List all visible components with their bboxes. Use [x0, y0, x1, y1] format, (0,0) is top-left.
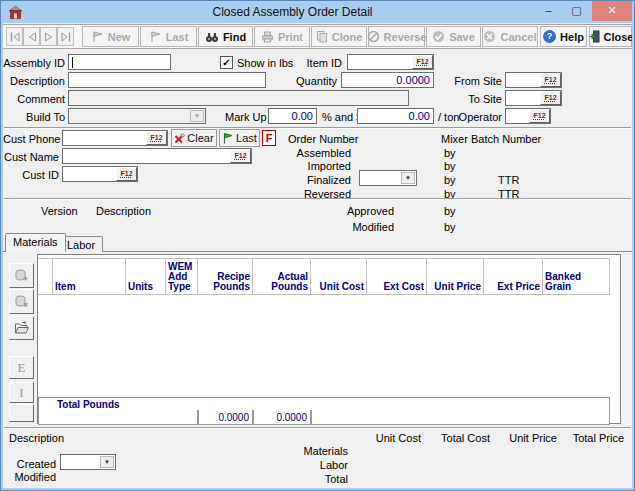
- separator: [4, 198, 631, 200]
- from-site-f12-button[interactable]: F12: [540, 73, 561, 87]
- cancel-button[interactable]: Cancel: [482, 26, 538, 47]
- cust-phone-f12-button[interactable]: F12: [146, 131, 167, 145]
- total-actual-pounds-value: 0.0000: [253, 410, 311, 425]
- item-id-f12-button[interactable]: F12: [412, 55, 433, 69]
- mark-up-percent-value: 0.00: [268, 108, 317, 124]
- help-button[interactable]: ? Help: [540, 26, 587, 47]
- footer-total-price-label: Total Price: [564, 432, 624, 444]
- assembled-label: Assembled: [271, 147, 351, 159]
- imported-by-label: by: [444, 160, 456, 172]
- order-number-label: Order Number: [288, 133, 358, 145]
- quantity-label: Quantity: [289, 75, 337, 87]
- chevron-down-icon[interactable]: ▼: [100, 456, 114, 468]
- cust-phone-input[interactable]: F12: [62, 130, 168, 146]
- e-button-label: E: [18, 360, 26, 376]
- last-customer-button[interactable]: Last: [219, 129, 260, 147]
- help-icon: ?: [543, 30, 556, 43]
- exit-door-icon: [588, 30, 600, 43]
- close-button[interactable]: Close: [589, 26, 632, 47]
- text-caret: [72, 57, 73, 68]
- footer-unit-price-label: Unit Price: [497, 432, 557, 444]
- cust-id-input[interactable]: F12: [62, 166, 138, 182]
- new-button[interactable]: New: [82, 26, 139, 47]
- grid-add-row-button[interactable]: [9, 263, 34, 288]
- save-check-icon: [432, 30, 445, 43]
- clear-customer-button[interactable]: Clear: [171, 129, 217, 147]
- build-to-label: Build To: [3, 111, 65, 123]
- approved-label: Approved: [311, 205, 394, 217]
- from-site-label: From Site: [449, 75, 502, 87]
- maximize-button[interactable]: ▢: [563, 1, 590, 21]
- green-flag-icon: [222, 132, 234, 144]
- created-dropdown[interactable]: ▼: [60, 454, 116, 470]
- show-in-lbs-label: Show in lbs: [237, 57, 293, 69]
- f-toggle-button[interactable]: F: [262, 130, 276, 146]
- nav-last-button[interactable]: [57, 27, 74, 46]
- window-border-right: [632, 23, 634, 490]
- comment-label: Comment: [3, 93, 65, 105]
- cust-name-label: Cust Name: [3, 151, 59, 163]
- from-site-input[interactable]: F12: [505, 72, 562, 88]
- nav-next-button[interactable]: [40, 27, 57, 46]
- assembly-id-label: Assembly ID: [3, 57, 65, 69]
- cust-phone-label: Cust Phone: [3, 133, 59, 145]
- build-to-dropdown: ▼: [68, 108, 206, 124]
- cust-id-label: Cust ID: [3, 169, 59, 181]
- description-input[interactable]: [68, 72, 266, 88]
- grid-col-banked-grain: Banked Grain: [543, 259, 610, 295]
- cust-id-f12-button[interactable]: F12: [116, 167, 137, 181]
- grid-col-item: Item: [53, 259, 126, 295]
- grid-import-button[interactable]: I: [9, 382, 34, 403]
- reverse-slash-icon: [367, 30, 380, 43]
- finalized-dropdown[interactable]: ▼: [359, 170, 417, 186]
- save-button[interactable]: Save: [426, 26, 481, 47]
- reverse-button[interactable]: Reverse: [368, 26, 425, 47]
- nav-prev-button[interactable]: [23, 27, 40, 46]
- separator: [4, 127, 631, 129]
- footer-total-cost-label: Total Cost: [430, 432, 490, 444]
- cust-name-f12-button[interactable]: F12: [230, 149, 251, 163]
- cust-name-input[interactable]: F12: [62, 148, 252, 164]
- footer-unit-cost-label: Unit Cost: [361, 432, 421, 444]
- assembly-id-input[interactable]: [68, 54, 171, 70]
- grid-open-button[interactable]: [9, 316, 34, 340]
- item-id-input[interactable]: F12: [347, 54, 434, 70]
- last-record-icon: [60, 31, 72, 43]
- tab-materials[interactable]: Materials: [5, 233, 66, 252]
- show-in-lbs-checkbox[interactable]: ✓: [220, 56, 233, 69]
- binoculars-icon: [205, 31, 219, 43]
- imported-label: Imported: [271, 160, 351, 172]
- cancel-x-icon: [483, 30, 496, 43]
- grid-col-ext-cost: Ext Cost: [367, 259, 427, 295]
- separator: [4, 427, 631, 429]
- clone-button[interactable]: Clone: [311, 26, 367, 47]
- last-button[interactable]: Last: [140, 26, 197, 47]
- footer-labor-label: Labor: [281, 459, 348, 471]
- grid-col-actual-pounds: Actual Pounds: [253, 259, 311, 295]
- materials-grid[interactable]: Item Units WEM Add Type Recipe Pounds Ac…: [37, 254, 621, 424]
- new-flag-icon: [91, 30, 104, 43]
- description-label: Description: [3, 75, 65, 87]
- first-record-icon: [9, 31, 21, 43]
- grid-col-unit-price: Unit Price: [427, 259, 484, 295]
- mark-up-amount-value: 0.00: [357, 108, 434, 124]
- grid-col-ext-price: Ext Price: [484, 259, 543, 295]
- find-button[interactable]: Find: [198, 26, 253, 47]
- nav-first-button[interactable]: [6, 27, 23, 46]
- operator-input[interactable]: F12: [505, 108, 551, 124]
- grid-export-button[interactable]: E: [9, 356, 34, 379]
- chevron-down-icon[interactable]: ▼: [401, 172, 415, 184]
- grid-delete-row-button[interactable]: [9, 289, 34, 314]
- chevron-down-icon: ▼: [190, 110, 204, 122]
- footer-materials-label: Materials: [281, 445, 348, 457]
- operator-f12-button[interactable]: F12: [529, 109, 550, 123]
- footer-description-label: Description: [9, 432, 64, 444]
- main-toolbar: New Last Find Print Clone Reverse Save: [2, 24, 633, 49]
- print-button[interactable]: Print: [254, 26, 310, 47]
- close-window-button[interactable]: ✕: [592, 1, 632, 21]
- to-site-input[interactable]: F12: [505, 90, 562, 106]
- minimize-button[interactable]: –: [535, 1, 562, 21]
- printer-icon: [261, 31, 274, 43]
- window-title: Closed Assembly Order Detail: [61, 5, 524, 19]
- to-site-f12-button[interactable]: F12: [540, 91, 561, 105]
